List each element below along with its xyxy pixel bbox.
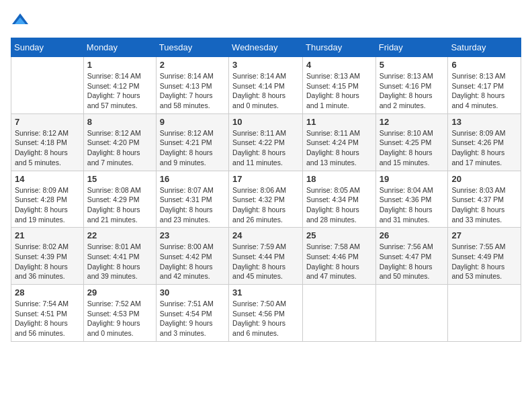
day-number: 1	[87, 60, 152, 70]
day-info: Sunrise: 8:13 AMSunset: 4:15 PMDaylight:…	[306, 71, 372, 111]
day-cell: 13Sunrise: 8:09 AMSunset: 4:26 PMDayligh…	[448, 113, 521, 171]
day-info: Sunrise: 7:59 AMSunset: 4:44 PMDaylight:…	[232, 242, 299, 281]
week-row-3: 14Sunrise: 8:09 AMSunset: 4:28 PMDayligh…	[11, 171, 521, 228]
day-info: Sunrise: 7:55 AMSunset: 4:49 PMDaylight:…	[451, 242, 517, 281]
day-cell	[303, 285, 376, 342]
logo-icon	[11, 11, 30, 30]
day-cell: 4Sunrise: 8:13 AMSunset: 4:15 PMDaylight…	[303, 57, 376, 114]
day-number: 5	[380, 60, 445, 70]
day-cell: 24Sunrise: 7:59 AMSunset: 4:44 PMDayligh…	[229, 228, 303, 285]
day-info: Sunrise: 8:05 AMSunset: 4:34 PMDaylight:…	[306, 185, 372, 225]
day-number: 30	[160, 287, 225, 298]
day-info: Sunrise: 7:54 AMSunset: 4:51 PMDaylight:…	[15, 299, 80, 338]
day-info: Sunrise: 8:06 AMSunset: 4:32 PMDaylight:…	[232, 185, 299, 225]
day-info: Sunrise: 8:14 AMSunset: 4:14 PMDaylight:…	[232, 71, 299, 111]
day-number: 4	[306, 60, 372, 70]
day-number: 24	[232, 230, 299, 240]
day-number: 3	[232, 60, 299, 70]
week-row-1: 1Sunrise: 8:14 AMSunset: 4:12 PMDaylight…	[11, 57, 521, 114]
day-info: Sunrise: 8:13 AMSunset: 4:16 PMDaylight:…	[380, 71, 445, 111]
day-cell: 25Sunrise: 7:58 AMSunset: 4:46 PMDayligh…	[303, 228, 376, 285]
day-number: 21	[15, 230, 80, 240]
day-info: Sunrise: 8:10 AMSunset: 4:25 PMDaylight:…	[380, 128, 445, 168]
day-number: 23	[160, 230, 225, 240]
day-info: Sunrise: 8:11 AMSunset: 4:22 PMDaylight:…	[232, 128, 299, 168]
day-info: Sunrise: 7:51 AMSunset: 4:54 PMDaylight:…	[160, 299, 225, 338]
day-number: 10	[232, 117, 299, 127]
day-info: Sunrise: 8:14 AMSunset: 4:12 PMDaylight:…	[87, 71, 152, 111]
day-info: Sunrise: 8:09 AMSunset: 4:28 PMDaylight:…	[15, 185, 80, 225]
day-number: 13	[451, 117, 517, 127]
calendar-table: SundayMondayTuesdayWednesdayThursdayFrid…	[11, 38, 521, 342]
day-info: Sunrise: 8:12 AMSunset: 4:20 PMDaylight:…	[87, 128, 152, 168]
day-info: Sunrise: 7:52 AMSunset: 4:53 PMDaylight:…	[87, 299, 152, 338]
day-cell: 9Sunrise: 8:12 AMSunset: 4:21 PMDaylight…	[156, 113, 228, 171]
day-number: 18	[306, 174, 372, 184]
day-cell: 23Sunrise: 8:00 AMSunset: 4:42 PMDayligh…	[156, 228, 228, 285]
day-info: Sunrise: 8:00 AMSunset: 4:42 PMDaylight:…	[160, 242, 225, 281]
header-row: SundayMondayTuesdayWednesdayThursdayFrid…	[11, 38, 521, 57]
day-number: 8	[87, 117, 152, 127]
day-cell: 11Sunrise: 8:11 AMSunset: 4:24 PMDayligh…	[303, 113, 376, 171]
day-info: Sunrise: 8:01 AMSunset: 4:41 PMDaylight:…	[87, 242, 152, 281]
day-cell: 2Sunrise: 8:14 AMSunset: 4:13 PMDaylight…	[156, 57, 228, 114]
header-day-thursday: Thursday	[303, 38, 376, 57]
day-cell: 6Sunrise: 8:13 AMSunset: 4:17 PMDaylight…	[448, 57, 521, 114]
day-number: 6	[451, 60, 517, 70]
page-header	[11, 11, 521, 30]
day-cell: 12Sunrise: 8:10 AMSunset: 4:25 PMDayligh…	[375, 113, 448, 171]
day-cell: 27Sunrise: 7:55 AMSunset: 4:49 PMDayligh…	[448, 228, 521, 285]
day-info: Sunrise: 8:12 AMSunset: 4:21 PMDaylight:…	[160, 128, 225, 168]
day-cell: 1Sunrise: 8:14 AMSunset: 4:12 PMDaylight…	[83, 57, 156, 114]
day-number: 22	[87, 230, 152, 240]
day-cell: 29Sunrise: 7:52 AMSunset: 4:53 PMDayligh…	[83, 285, 156, 342]
day-cell: 15Sunrise: 8:08 AMSunset: 4:29 PMDayligh…	[83, 171, 156, 228]
day-info: Sunrise: 8:13 AMSunset: 4:17 PMDaylight:…	[451, 71, 517, 111]
day-cell: 21Sunrise: 8:02 AMSunset: 4:39 PMDayligh…	[11, 228, 84, 285]
header-day-monday: Monday	[83, 38, 156, 57]
day-cell: 30Sunrise: 7:51 AMSunset: 4:54 PMDayligh…	[156, 285, 228, 342]
day-cell: 16Sunrise: 8:07 AMSunset: 4:31 PMDayligh…	[156, 171, 228, 228]
day-cell: 22Sunrise: 8:01 AMSunset: 4:41 PMDayligh…	[83, 228, 156, 285]
day-cell: 5Sunrise: 8:13 AMSunset: 4:16 PMDaylight…	[375, 57, 448, 114]
header-day-sunday: Sunday	[11, 38, 84, 57]
day-cell: 8Sunrise: 8:12 AMSunset: 4:20 PMDaylight…	[83, 113, 156, 171]
logo	[11, 11, 31, 30]
day-info: Sunrise: 8:12 AMSunset: 4:18 PMDaylight:…	[15, 128, 80, 168]
day-cell: 14Sunrise: 8:09 AMSunset: 4:28 PMDayligh…	[11, 171, 84, 228]
day-number: 29	[87, 287, 152, 298]
day-cell: 19Sunrise: 8:04 AMSunset: 4:36 PMDayligh…	[375, 171, 448, 228]
day-cell: 26Sunrise: 7:56 AMSunset: 4:47 PMDayligh…	[375, 228, 448, 285]
day-number: 19	[380, 174, 445, 184]
day-info: Sunrise: 8:04 AMSunset: 4:36 PMDaylight:…	[380, 185, 445, 225]
day-cell: 3Sunrise: 8:14 AMSunset: 4:14 PMDaylight…	[229, 57, 303, 114]
day-number: 20	[451, 174, 517, 184]
day-number: 25	[306, 230, 372, 240]
week-row-4: 21Sunrise: 8:02 AMSunset: 4:39 PMDayligh…	[11, 228, 521, 285]
day-number: 2	[160, 60, 225, 70]
day-number: 14	[15, 174, 80, 184]
day-cell: 18Sunrise: 8:05 AMSunset: 4:34 PMDayligh…	[303, 171, 376, 228]
day-info: Sunrise: 8:07 AMSunset: 4:31 PMDaylight:…	[160, 185, 225, 225]
day-cell: 17Sunrise: 8:06 AMSunset: 4:32 PMDayligh…	[229, 171, 303, 228]
day-cell: 10Sunrise: 8:11 AMSunset: 4:22 PMDayligh…	[229, 113, 303, 171]
day-number: 17	[232, 174, 299, 184]
header-day-tuesday: Tuesday	[156, 38, 228, 57]
day-number: 15	[87, 174, 152, 184]
day-cell	[448, 285, 521, 342]
day-info: Sunrise: 8:09 AMSunset: 4:26 PMDaylight:…	[451, 128, 517, 168]
day-info: Sunrise: 8:14 AMSunset: 4:13 PMDaylight:…	[160, 71, 225, 111]
day-info: Sunrise: 7:56 AMSunset: 4:47 PMDaylight:…	[380, 242, 445, 281]
week-row-5: 28Sunrise: 7:54 AMSunset: 4:51 PMDayligh…	[11, 285, 521, 342]
day-number: 31	[232, 287, 299, 298]
day-info: Sunrise: 8:02 AMSunset: 4:39 PMDaylight:…	[15, 242, 80, 281]
day-cell	[375, 285, 448, 342]
day-cell: 31Sunrise: 7:50 AMSunset: 4:56 PMDayligh…	[229, 285, 303, 342]
day-info: Sunrise: 7:50 AMSunset: 4:56 PMDaylight:…	[232, 299, 299, 338]
day-cell: 28Sunrise: 7:54 AMSunset: 4:51 PMDayligh…	[11, 285, 84, 342]
day-number: 28	[15, 287, 80, 298]
day-number: 16	[160, 174, 225, 184]
header-day-saturday: Saturday	[448, 38, 521, 57]
day-cell: 7Sunrise: 8:12 AMSunset: 4:18 PMDaylight…	[11, 113, 84, 171]
day-number: 26	[380, 230, 445, 240]
